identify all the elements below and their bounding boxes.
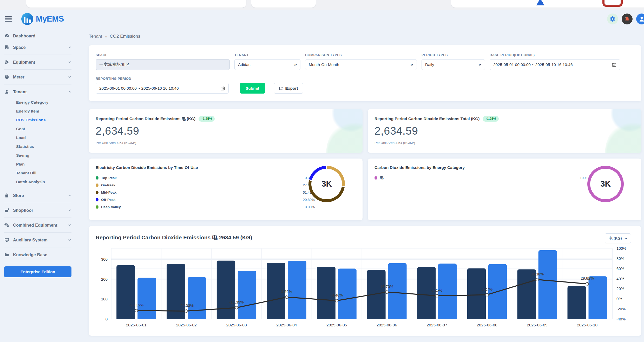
legend-row[interactable]: Deep-Valley0.00% [96, 203, 315, 211]
sidebar-subitem[interactable]: Tenant Bill [4, 169, 71, 177]
submit-button[interactable]: Submit [240, 83, 265, 94]
notifications-button[interactable] [622, 14, 633, 24]
donut-chart: 3K [587, 166, 624, 202]
chevron-down-icon [68, 223, 71, 227]
sidebar-item-label: Knowledge Base [13, 252, 47, 257]
sidebar-item-space[interactable]: Space [4, 42, 71, 53]
sidebar-subitem[interactable]: CO2 Emissions [4, 116, 71, 124]
sidebar-subitem[interactable]: Batch Analysis [4, 177, 71, 186]
hamburger-menu-icon[interactable] [5, 16, 12, 22]
period-types-select[interactable]: Daily▴▾ [422, 59, 485, 70]
percent-label: 29.82% [581, 276, 594, 280]
sidebar-subitem[interactable]: Statistics [4, 142, 71, 151]
monitor-icon [4, 237, 9, 242]
sidebar-item-shopfloor[interactable]: Shopfloor [4, 205, 71, 216]
sidebar-item-meter[interactable]: Meter [4, 71, 71, 83]
reporting-period-input[interactable]: 2025-06-01 00:00:00 ~ 2025-06-10 16:10:4… [96, 83, 229, 94]
percent-label: -23.15% [129, 303, 143, 307]
select-arrows-icon: ▴▾ [294, 64, 297, 65]
sidebar-item-tenant[interactable]: Tenant [4, 86, 71, 97]
sidebar-subitem[interactable]: Plan [4, 160, 71, 169]
comparison-select[interactable]: Month-On-Month▴▾ [305, 59, 417, 70]
calendar-icon[interactable] [220, 86, 225, 91]
legend-row[interactable]: 电100.00% [374, 174, 594, 181]
sidebar-item-store[interactable]: Store [4, 190, 71, 201]
sidebar-item-label: Auxiliary System [13, 238, 48, 242]
sidebar-subitem[interactable]: Energy Category [4, 98, 71, 107]
bar [417, 267, 436, 319]
tenant-value: Adidas [238, 62, 250, 67]
space-input[interactable]: 一度城/商场/租区 [96, 59, 230, 70]
sidebar-item-knowledge-base[interactable]: Knowledge Base [4, 249, 71, 260]
space-label: SPACE [96, 53, 230, 57]
bar [137, 278, 156, 319]
line-marker [436, 294, 438, 297]
base-period-input[interactable]: 2025-05-01 00:00:00 ~ 2025-05-10 16:10:4… [490, 59, 620, 70]
sidebar-item-label: Meter [13, 75, 24, 80]
base-period-field: BASE PERIOD(OPTIONAL) 2025-05-01 00:00:0… [490, 53, 620, 70]
kpi-subtext: Per Unit Area 4.54 (KG/M²) [374, 141, 635, 145]
settings-button[interactable] [607, 14, 618, 24]
enterprise-edition-button[interactable]: Enterprise Edition [4, 266, 71, 277]
kpi-card-electricity: Reporting Period Carbon Dioxide Emission… [89, 109, 363, 153]
space-field: SPACE 一度城/商场/租区 [96, 53, 230, 70]
sidebar-subitem[interactable]: Energy Item [4, 107, 71, 116]
sidebar-item-label: Combined Equipment [13, 223, 57, 228]
calendar-icon[interactable] [612, 62, 616, 67]
browser-secondary-box[interactable] [251, 0, 316, 8]
tenant-select[interactable]: Adidas▴▾ [234, 59, 300, 70]
kpi-value: 2,634.59 [96, 125, 356, 137]
left-tick-label: 300 [101, 257, 108, 261]
sidebar-subitem[interactable]: Saving [4, 151, 71, 160]
sidebar-subitem[interactable]: Load [4, 133, 71, 142]
app-logo[interactable]: MyEMS [21, 13, 64, 25]
bar-chart-title: Reporting Period Carbon Dioxide Emission… [96, 234, 635, 241]
pie-icon [4, 74, 9, 80]
person-icon [4, 89, 9, 94]
sidebar-item-dashboard[interactable]: Dashboard [4, 30, 71, 42]
legend-row[interactable]: Off-Peak20.89% [96, 196, 315, 203]
x-tick-label: 2025-06-08 [477, 323, 497, 327]
tenant-submenu: Energy CategoryEnergy ItemCO2 EmissionsC… [4, 98, 71, 186]
bar [188, 277, 206, 319]
logo-icon [21, 13, 33, 25]
bar [568, 286, 586, 319]
user-avatar[interactable] [636, 14, 644, 24]
export-button[interactable]: Export [274, 83, 303, 94]
comparison-field: COMPARISON TYPES Month-On-Month▴▾ [305, 53, 417, 70]
chevron-down-icon [68, 238, 71, 242]
legend-row[interactable]: Top-Peak0.00% [96, 174, 315, 181]
app-header: MyEMS [0, 10, 644, 28]
space-value: 一度城/商场/租区 [99, 62, 130, 67]
percent-label: 3.56% [281, 289, 292, 294]
legend-row[interactable]: On-Peak27.69% [96, 181, 315, 189]
legend-dot [96, 176, 98, 180]
browser-address-bar[interactable] [26, 0, 246, 8]
percent-label: 6.25% [431, 288, 442, 292]
gears-icon [4, 222, 9, 228]
sidebar-item-equipment[interactable]: Equipment [4, 56, 71, 68]
sidebar-subitem[interactable]: Cost [4, 124, 71, 133]
unit-select[interactable]: 电 (KG) ▴▾ [605, 233, 631, 243]
percent-label: 38.38% [530, 272, 544, 276]
right-tick-label: 100% [616, 246, 626, 251]
sidebar-item-auxiliary-system[interactable]: Auxiliary System [4, 234, 71, 246]
legend-row[interactable]: Mid-Peak51.43% [96, 189, 315, 196]
bar-chart-area: 0100200300-40%-20%0%20%40%60%80%100%2025… [96, 245, 635, 332]
chevron-down-icon [68, 60, 71, 64]
x-tick-label: 2025-06-05 [326, 323, 347, 327]
right-tick-label: 20% [616, 286, 624, 291]
percent-label: 13.70% [380, 284, 393, 289]
line-marker [235, 306, 238, 309]
legend-dot [96, 205, 98, 209]
line-marker [285, 296, 288, 299]
gear-icon [609, 16, 616, 22]
donut-center-label: 3K [308, 166, 345, 202]
x-tick-label: 2025-06-06 [377, 323, 397, 327]
reporting-period-label: REPORTING PERIOD [96, 77, 229, 81]
factory-icon [4, 208, 9, 213]
select-arrows-icon: ▴▾ [625, 238, 627, 239]
breadcrumb-parent[interactable]: Tenant [89, 34, 102, 39]
sidebar-item-combined-equipment[interactable]: Combined Equipment [4, 219, 71, 231]
bar [588, 276, 607, 319]
